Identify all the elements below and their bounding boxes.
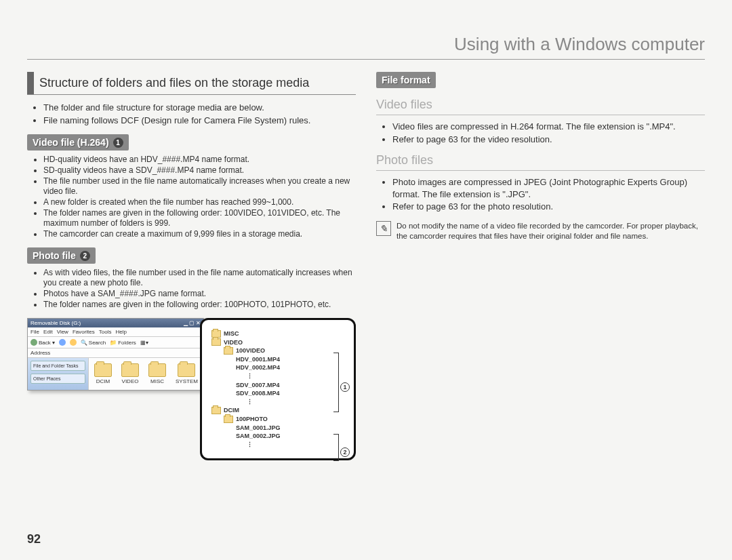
- bullet-item: File naming follows DCF (Design rule for…: [43, 115, 356, 127]
- up-icon[interactable]: [70, 339, 77, 346]
- tree-file: SAM_0002.JPG: [236, 432, 281, 441]
- note-block: ✎ Do not modify the name of a video file…: [376, 221, 705, 241]
- explorer-title: Removable Disk (G:): [30, 320, 81, 326]
- bracket-1: [333, 353, 339, 412]
- bullet-item: SD-quality videos have a SDV_####.MP4 na…: [43, 165, 356, 176]
- folders-button[interactable]: 📁Folders: [110, 340, 136, 346]
- search-label: Search: [89, 340, 106, 346]
- tree-file: SAM_0001.JPG: [236, 424, 281, 433]
- callout-2-icon: 2: [340, 447, 350, 457]
- bullet-item: Video files are compressed in H.264 form…: [392, 121, 705, 133]
- menu-tools[interactable]: Tools: [99, 329, 112, 335]
- search-icon: 🔍: [81, 340, 87, 346]
- tree-file: SDV_0008.MP4: [236, 389, 280, 398]
- heading-accent-bar: [27, 72, 34, 94]
- folder-dcim[interactable]: DCIM: [94, 363, 112, 384]
- left-column: Structure of folders and files on the st…: [27, 72, 356, 460]
- label-text: Video file (H.264): [33, 137, 109, 148]
- forward-icon[interactable]: [59, 339, 66, 346]
- heading-text: Structure of folders and files on the st…: [34, 72, 314, 94]
- video-files-bullets: Video files are compressed in H.264 form…: [376, 121, 705, 145]
- folder-icon: [224, 416, 233, 423]
- video-bullets: HD-quality videos have an HDV_####.MP4 n…: [27, 155, 356, 239]
- video-files-heading: Video files: [376, 98, 705, 115]
- menu-file[interactable]: File: [30, 329, 39, 335]
- file-format-label: File format: [376, 72, 436, 88]
- folder-label: VIDEO: [122, 378, 139, 384]
- photo-files-bullets: Photo images are compressed in JPEG (Joi…: [376, 176, 705, 213]
- explorer-sidebar: File and Folder Tasks Other Places: [28, 358, 89, 390]
- tree-file: SDV_0007.MP4: [236, 381, 280, 390]
- folder-icon: [148, 363, 166, 377]
- side-other: Other Places: [30, 374, 85, 384]
- tree-100video: 100VIDEO: [236, 346, 265, 355]
- bullet-item: Refer to page 63 for the photo resolutio…: [392, 201, 705, 213]
- folder-icon: [211, 407, 221, 414]
- bullet-item: The folder names are given in the follow…: [43, 208, 356, 228]
- bullet-item: Photo images are compressed in JPEG (Joi…: [392, 176, 705, 200]
- bullet-item: As with video files, the file number use…: [43, 268, 356, 288]
- note-icon: ✎: [376, 221, 391, 236]
- menu-favorites[interactable]: Favorites: [73, 329, 95, 335]
- folder-icon: [94, 363, 112, 377]
- bullet-item: The folder names are given in the follow…: [43, 300, 356, 310]
- tree-100photo: 100PHOTO: [236, 415, 268, 424]
- menu-edit[interactable]: Edit: [43, 329, 53, 335]
- bullet-item: HD-quality videos have an HDV_####.MP4 n…: [43, 155, 356, 165]
- chapter-title: Using with a Windows computer: [27, 34, 705, 60]
- label-text: Photo file: [33, 250, 76, 261]
- folder-video[interactable]: VIDEO: [121, 363, 139, 384]
- bracket-2: [333, 434, 339, 461]
- bullet-item: Refer to page 63 for the video resolutio…: [392, 134, 705, 146]
- tree-ellipsis: ⋮: [247, 372, 253, 381]
- bullet-item: Photos have a SAM_####.JPG name format.: [43, 289, 356, 299]
- folder-label: SYSTEM: [176, 378, 198, 384]
- tree-file: HDV_0002.MP4: [236, 363, 280, 372]
- folder-icon: [211, 338, 221, 346]
- explorer-titlebar: Removable Disk (G:) ▁ ▢ ✕: [28, 319, 203, 327]
- photo-files-heading: Photo files: [376, 153, 705, 171]
- bullet-item: The camcorder can create a maximum of 9,…: [43, 229, 356, 239]
- video-file-label: Video file (H.264) 1: [27, 134, 129, 151]
- page-number: 92: [27, 532, 41, 546]
- address-label: Address: [30, 350, 50, 356]
- menu-view[interactable]: View: [57, 329, 68, 335]
- views-icon[interactable]: ▦▾: [140, 340, 148, 346]
- menu-help[interactable]: Help: [115, 329, 126, 335]
- folders-label: Folders: [118, 340, 136, 346]
- explorer-main: DCIM VIDEO MISC SYSTEM: [89, 358, 203, 390]
- folder-icon: [224, 347, 233, 355]
- window-controls-icon: ▁ ▢ ✕: [184, 320, 201, 326]
- section-heading-structure: Structure of folders and files on the st…: [27, 72, 356, 95]
- folder-label: MISC: [150, 378, 164, 384]
- explorer-toolbar: Back ▾ 🔍Search 📁Folders ▦▾: [28, 337, 203, 348]
- tree-file: HDV_0001.MP4: [236, 355, 280, 364]
- callout-1-icon: 1: [340, 382, 350, 392]
- right-column: File format Video files Video files are …: [376, 72, 705, 460]
- explorer-menubar: File Edit View Favorites Tools Help: [28, 327, 203, 337]
- figure-area: Removable Disk (G:) ▁ ▢ ✕ File Edit View…: [27, 318, 356, 460]
- note-text: Do not modify the name of a video file r…: [396, 221, 705, 241]
- tree-ellipsis: ⋮: [247, 398, 253, 407]
- explorer-window: Removable Disk (G:) ▁ ▢ ✕ File Edit View…: [27, 318, 204, 391]
- side-tasks: File and Folder Tasks: [30, 361, 85, 371]
- photo-file-label: Photo file 2: [27, 247, 96, 264]
- search-button[interactable]: 🔍Search: [81, 340, 106, 346]
- folder-icon: [121, 363, 139, 377]
- folder-icon: [178, 363, 195, 377]
- folder-icon: [211, 330, 221, 338]
- tree-ellipsis: ⋮: [247, 441, 253, 449]
- folders-icon: 📁: [110, 340, 117, 346]
- bullet-item: The file number used in the file name au…: [43, 176, 356, 197]
- badge-1-icon: 1: [113, 138, 123, 148]
- folder-misc[interactable]: MISC: [148, 363, 166, 384]
- back-icon: [30, 339, 37, 346]
- tree-misc: MISC: [224, 329, 239, 338]
- back-button[interactable]: Back ▾: [30, 339, 55, 346]
- label-text: File format: [382, 75, 430, 85]
- photo-bullets: As with video files, the file number use…: [27, 268, 356, 310]
- folder-system[interactable]: SYSTEM: [176, 363, 198, 384]
- back-label: Back: [39, 340, 51, 346]
- bullet-item: The folder and file structure for storag…: [43, 102, 356, 114]
- explorer-addressbar: Address: [28, 348, 203, 358]
